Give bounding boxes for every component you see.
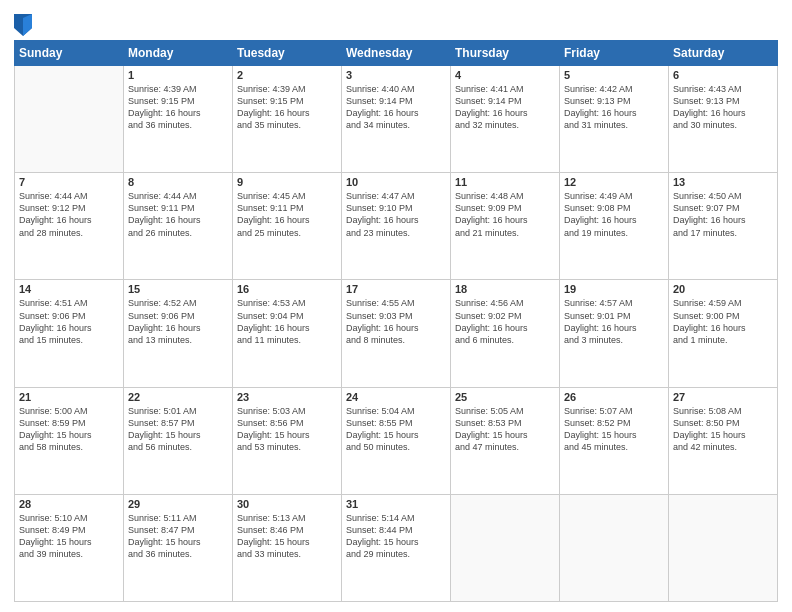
day-cell: 31Sunrise: 5:14 AM Sunset: 8:44 PM Dayli… [342, 494, 451, 601]
day-detail: Sunrise: 5:04 AM Sunset: 8:55 PM Dayligh… [346, 405, 446, 454]
day-cell: 21Sunrise: 5:00 AM Sunset: 8:59 PM Dayli… [15, 387, 124, 494]
day-number: 23 [237, 391, 337, 403]
week-row-2: 7Sunrise: 4:44 AM Sunset: 9:12 PM Daylig… [15, 173, 778, 280]
day-detail: Sunrise: 5:10 AM Sunset: 8:49 PM Dayligh… [19, 512, 119, 561]
day-cell: 3Sunrise: 4:40 AM Sunset: 9:14 PM Daylig… [342, 66, 451, 173]
day-number: 6 [673, 69, 773, 81]
day-detail: Sunrise: 5:05 AM Sunset: 8:53 PM Dayligh… [455, 405, 555, 454]
day-detail: Sunrise: 4:48 AM Sunset: 9:09 PM Dayligh… [455, 190, 555, 239]
week-row-5: 28Sunrise: 5:10 AM Sunset: 8:49 PM Dayli… [15, 494, 778, 601]
day-cell: 22Sunrise: 5:01 AM Sunset: 8:57 PM Dayli… [124, 387, 233, 494]
day-cell: 1Sunrise: 4:39 AM Sunset: 9:15 PM Daylig… [124, 66, 233, 173]
day-number: 26 [564, 391, 664, 403]
day-detail: Sunrise: 4:53 AM Sunset: 9:04 PM Dayligh… [237, 297, 337, 346]
weekday-header-monday: Monday [124, 41, 233, 66]
day-cell: 13Sunrise: 4:50 AM Sunset: 9:07 PM Dayli… [669, 173, 778, 280]
day-detail: Sunrise: 4:44 AM Sunset: 9:12 PM Dayligh… [19, 190, 119, 239]
day-number: 16 [237, 283, 337, 295]
day-cell: 15Sunrise: 4:52 AM Sunset: 9:06 PM Dayli… [124, 280, 233, 387]
day-cell: 7Sunrise: 4:44 AM Sunset: 9:12 PM Daylig… [15, 173, 124, 280]
day-detail: Sunrise: 4:42 AM Sunset: 9:13 PM Dayligh… [564, 83, 664, 132]
day-detail: Sunrise: 4:47 AM Sunset: 9:10 PM Dayligh… [346, 190, 446, 239]
day-detail: Sunrise: 4:44 AM Sunset: 9:11 PM Dayligh… [128, 190, 228, 239]
day-cell: 10Sunrise: 4:47 AM Sunset: 9:10 PM Dayli… [342, 173, 451, 280]
day-cell: 8Sunrise: 4:44 AM Sunset: 9:11 PM Daylig… [124, 173, 233, 280]
day-cell: 9Sunrise: 4:45 AM Sunset: 9:11 PM Daylig… [233, 173, 342, 280]
day-cell: 24Sunrise: 5:04 AM Sunset: 8:55 PM Dayli… [342, 387, 451, 494]
day-cell: 6Sunrise: 4:43 AM Sunset: 9:13 PM Daylig… [669, 66, 778, 173]
day-cell: 30Sunrise: 5:13 AM Sunset: 8:46 PM Dayli… [233, 494, 342, 601]
day-detail: Sunrise: 4:52 AM Sunset: 9:06 PM Dayligh… [128, 297, 228, 346]
day-detail: Sunrise: 5:11 AM Sunset: 8:47 PM Dayligh… [128, 512, 228, 561]
day-number: 31 [346, 498, 446, 510]
day-cell: 26Sunrise: 5:07 AM Sunset: 8:52 PM Dayli… [560, 387, 669, 494]
day-number: 30 [237, 498, 337, 510]
day-detail: Sunrise: 4:59 AM Sunset: 9:00 PM Dayligh… [673, 297, 773, 346]
day-number: 20 [673, 283, 773, 295]
day-cell: 12Sunrise: 4:49 AM Sunset: 9:08 PM Dayli… [560, 173, 669, 280]
logo-icon [14, 14, 32, 36]
day-cell: 14Sunrise: 4:51 AM Sunset: 9:06 PM Dayli… [15, 280, 124, 387]
day-cell: 17Sunrise: 4:55 AM Sunset: 9:03 PM Dayli… [342, 280, 451, 387]
weekday-header-wednesday: Wednesday [342, 41, 451, 66]
day-cell [560, 494, 669, 601]
day-number: 2 [237, 69, 337, 81]
day-detail: Sunrise: 4:49 AM Sunset: 9:08 PM Dayligh… [564, 190, 664, 239]
day-cell: 4Sunrise: 4:41 AM Sunset: 9:14 PM Daylig… [451, 66, 560, 173]
day-detail: Sunrise: 4:45 AM Sunset: 9:11 PM Dayligh… [237, 190, 337, 239]
day-detail: Sunrise: 4:39 AM Sunset: 9:15 PM Dayligh… [128, 83, 228, 132]
day-number: 3 [346, 69, 446, 81]
day-cell [451, 494, 560, 601]
day-detail: Sunrise: 4:39 AM Sunset: 9:15 PM Dayligh… [237, 83, 337, 132]
week-row-1: 1Sunrise: 4:39 AM Sunset: 9:15 PM Daylig… [15, 66, 778, 173]
day-detail: Sunrise: 4:50 AM Sunset: 9:07 PM Dayligh… [673, 190, 773, 239]
day-cell: 28Sunrise: 5:10 AM Sunset: 8:49 PM Dayli… [15, 494, 124, 601]
week-row-3: 14Sunrise: 4:51 AM Sunset: 9:06 PM Dayli… [15, 280, 778, 387]
day-detail: Sunrise: 4:41 AM Sunset: 9:14 PM Dayligh… [455, 83, 555, 132]
day-number: 11 [455, 176, 555, 188]
weekday-header-sunday: Sunday [15, 41, 124, 66]
day-detail: Sunrise: 5:14 AM Sunset: 8:44 PM Dayligh… [346, 512, 446, 561]
day-number: 29 [128, 498, 228, 510]
day-number: 28 [19, 498, 119, 510]
day-number: 27 [673, 391, 773, 403]
day-number: 12 [564, 176, 664, 188]
logo [14, 14, 34, 36]
day-cell: 18Sunrise: 4:56 AM Sunset: 9:02 PM Dayli… [451, 280, 560, 387]
day-number: 17 [346, 283, 446, 295]
week-row-4: 21Sunrise: 5:00 AM Sunset: 8:59 PM Dayli… [15, 387, 778, 494]
day-number: 19 [564, 283, 664, 295]
day-detail: Sunrise: 4:40 AM Sunset: 9:14 PM Dayligh… [346, 83, 446, 132]
day-number: 25 [455, 391, 555, 403]
day-detail: Sunrise: 4:57 AM Sunset: 9:01 PM Dayligh… [564, 297, 664, 346]
weekday-header-tuesday: Tuesday [233, 41, 342, 66]
day-cell: 2Sunrise: 4:39 AM Sunset: 9:15 PM Daylig… [233, 66, 342, 173]
weekday-header-thursday: Thursday [451, 41, 560, 66]
day-number: 5 [564, 69, 664, 81]
day-cell [669, 494, 778, 601]
day-detail: Sunrise: 5:08 AM Sunset: 8:50 PM Dayligh… [673, 405, 773, 454]
day-detail: Sunrise: 4:43 AM Sunset: 9:13 PM Dayligh… [673, 83, 773, 132]
day-detail: Sunrise: 5:13 AM Sunset: 8:46 PM Dayligh… [237, 512, 337, 561]
day-cell: 5Sunrise: 4:42 AM Sunset: 9:13 PM Daylig… [560, 66, 669, 173]
day-detail: Sunrise: 5:03 AM Sunset: 8:56 PM Dayligh… [237, 405, 337, 454]
day-number: 7 [19, 176, 119, 188]
day-cell: 25Sunrise: 5:05 AM Sunset: 8:53 PM Dayli… [451, 387, 560, 494]
day-cell [15, 66, 124, 173]
weekday-header-row: SundayMondayTuesdayWednesdayThursdayFrid… [15, 41, 778, 66]
day-cell: 19Sunrise: 4:57 AM Sunset: 9:01 PM Dayli… [560, 280, 669, 387]
weekday-header-saturday: Saturday [669, 41, 778, 66]
day-cell: 23Sunrise: 5:03 AM Sunset: 8:56 PM Dayli… [233, 387, 342, 494]
day-cell: 20Sunrise: 4:59 AM Sunset: 9:00 PM Dayli… [669, 280, 778, 387]
day-number: 1 [128, 69, 228, 81]
day-number: 21 [19, 391, 119, 403]
day-detail: Sunrise: 5:07 AM Sunset: 8:52 PM Dayligh… [564, 405, 664, 454]
day-number: 22 [128, 391, 228, 403]
day-number: 18 [455, 283, 555, 295]
day-number: 9 [237, 176, 337, 188]
day-cell: 16Sunrise: 4:53 AM Sunset: 9:04 PM Dayli… [233, 280, 342, 387]
header [14, 10, 778, 36]
calendar-table: SundayMondayTuesdayWednesdayThursdayFrid… [14, 40, 778, 602]
day-detail: Sunrise: 4:56 AM Sunset: 9:02 PM Dayligh… [455, 297, 555, 346]
day-number: 14 [19, 283, 119, 295]
